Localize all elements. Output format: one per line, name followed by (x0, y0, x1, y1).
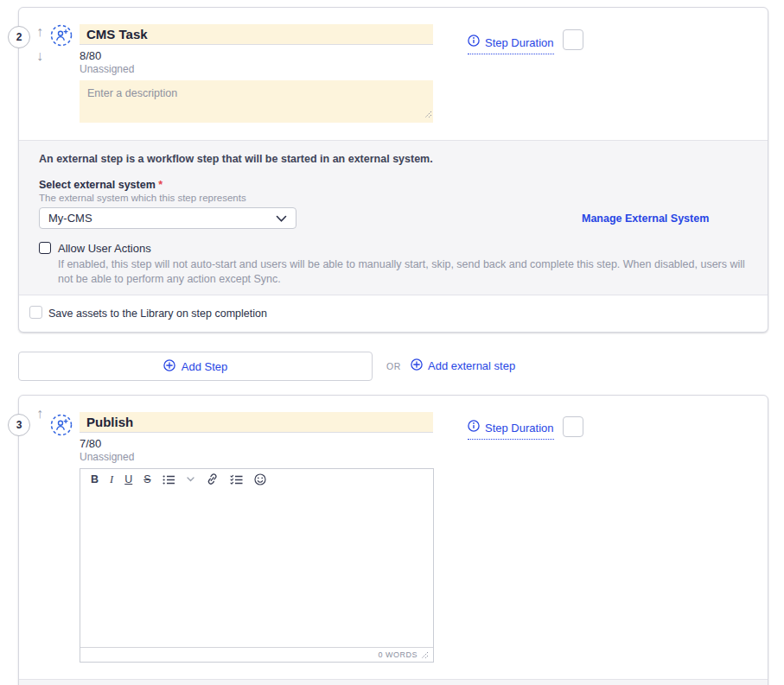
external-system-section: An external step is a workflow step that… (19, 140, 768, 295)
step-duration-label: Step Duration (485, 36, 554, 49)
plus-circle-icon (163, 359, 175, 374)
or-label: OR (386, 361, 401, 371)
step-duration-link[interactable]: Step Duration (468, 35, 554, 54)
save-assets-row: Save assets to the Library on step compl… (19, 296, 768, 333)
editor-toolbar: B I U S (80, 469, 433, 488)
move-step-up-arrow[interactable]: ↑ (31, 25, 48, 39)
allow-user-actions-checkbox[interactable] (39, 242, 51, 254)
add-external-step-label: Add external step (428, 359, 515, 372)
step-number-badge: 2 (8, 26, 30, 48)
strikethrough-button[interactable]: S (143, 473, 150, 485)
move-step-up-arrow[interactable]: ↑ (31, 407, 48, 421)
save-assets-label[interactable]: Save assets to the Library on step compl… (48, 308, 267, 320)
assignee-label[interactable]: Unassigned (80, 63, 134, 75)
move-step-down-arrow[interactable]: ↓ (31, 49, 48, 63)
allow-user-actions-label[interactable]: Allow User Actions (58, 242, 151, 255)
step-title-input[interactable] (80, 412, 433, 433)
add-step-button-label: Add Step (182, 360, 228, 373)
external-step-intro: An external step is a workflow step that… (39, 153, 433, 165)
info-icon (468, 420, 480, 435)
step-duration-input[interactable] (563, 416, 583, 437)
add-step-row: Add Step OR Add external step (18, 352, 768, 381)
assign-user-icon[interactable] (50, 414, 73, 436)
plus-circle-icon (411, 358, 423, 373)
add-step-button[interactable]: Add Step (18, 352, 373, 381)
step-title-input[interactable] (80, 24, 433, 45)
underline-button[interactable]: U (124, 473, 132, 485)
char-counter: 8/80 (80, 49, 101, 62)
external-system-selected-value: My-CMS (48, 212, 92, 225)
link-button[interactable] (206, 473, 219, 485)
emoji-button[interactable] (254, 473, 266, 485)
step-card-cms-task: ↑ ↓ 8/80 Unassigned Step Duration An ext… (18, 7, 768, 333)
step-duration-input[interactable] (563, 29, 583, 50)
save-assets-checkbox[interactable] (29, 306, 42, 319)
list-options-chevron-icon[interactable] (187, 477, 194, 482)
external-system-select[interactable]: My-CMS (39, 207, 296, 229)
add-external-step-link[interactable]: Add external step (411, 358, 515, 373)
resize-handle-icon[interactable] (421, 647, 429, 663)
external-system-section-partial (19, 679, 768, 685)
manage-external-system-link[interactable]: Manage External System (582, 212, 709, 225)
italic-button[interactable]: I (110, 473, 113, 485)
assign-user-icon[interactable] (50, 24, 73, 47)
editor-footer: 0 WORDS (80, 647, 433, 662)
allow-user-actions-helper: If enabled, this step will not auto-star… (58, 257, 762, 287)
editor-content-area[interactable] (80, 488, 433, 647)
required-asterisk: * (158, 179, 163, 191)
bullet-list-button[interactable] (163, 474, 175, 485)
step-duration-link[interactable]: Step Duration (468, 420, 554, 440)
bold-button[interactable]: B (91, 473, 99, 485)
select-external-system-helper: The external system which this step repr… (39, 193, 246, 203)
rich-text-editor: B I U S (80, 468, 434, 663)
step-number-badge: 3 (8, 414, 30, 436)
char-counter: 7/80 (80, 437, 101, 450)
word-count-label: 0 WORDS (378, 650, 417, 659)
chevron-down-icon (276, 211, 287, 226)
assignee-label[interactable]: Unassigned (80, 451, 134, 463)
task-list-button[interactable] (230, 474, 243, 485)
select-external-system-label: Select external system * (39, 179, 163, 191)
resize-handle-icon[interactable] (424, 106, 432, 122)
info-icon (468, 35, 480, 50)
description-field-wrap (80, 80, 433, 123)
step-card-publish: ↑ 7/80 Unassigned Step Duration B I U S (18, 395, 768, 685)
description-textarea[interactable] (80, 80, 433, 123)
step-duration-label: Step Duration (485, 422, 554, 434)
